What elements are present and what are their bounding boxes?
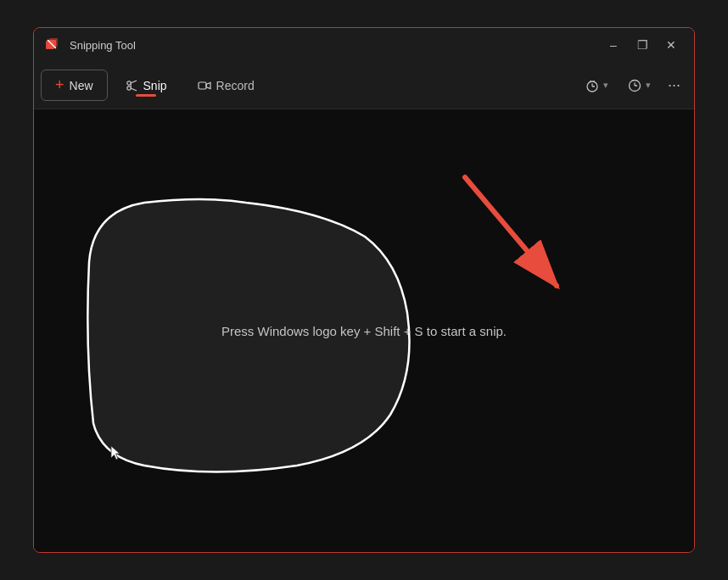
history-icon [627,78,642,93]
svg-line-19 [465,177,557,286]
svg-line-7 [131,88,137,91]
new-button[interactable]: + New [41,70,108,101]
record-tab[interactable]: Record [184,73,268,98]
instruction-text: Press Windows logo key + Shift + S to st… [221,324,507,338]
record-label: Record [216,79,255,92]
window-title: Snipping Tool [70,39,601,52]
app-icon [44,36,61,53]
close-button[interactable]: ✕ [658,35,684,55]
title-bar: Snipping Tool – ❐ ✕ [34,28,694,62]
window-controls: – ❐ ✕ [601,35,684,55]
record-icon [198,79,211,92]
cursor-icon [110,445,122,460]
content-area: Press Windows logo key + Shift + S to st… [34,109,694,552]
timer-button[interactable]: ▾ [576,72,617,99]
svg-line-6 [131,81,137,83]
arrow-annotation [440,160,592,308]
snip-label: Snip [143,79,167,92]
svg-point-4 [126,81,130,84]
minimize-button[interactable]: – [601,35,626,55]
snipping-tool-window: Snipping Tool – ❐ ✕ + New Snip [33,27,695,553]
toolbar-right: ▾ ▾ ··· [576,70,687,100]
more-options-button[interactable]: ··· [661,70,687,100]
history-chevron-icon: ▾ [646,80,651,91]
more-label: ··· [668,76,680,94]
timer-icon [585,78,600,93]
maximize-button[interactable]: ❐ [630,35,655,55]
history-button[interactable]: ▾ [619,72,659,99]
plus-icon: + [55,76,64,94]
new-label: New [70,79,93,92]
svg-rect-9 [199,82,206,89]
snip-tab[interactable]: Snip [111,73,181,98]
svg-point-5 [126,86,130,89]
snip-icon [125,79,138,92]
timer-chevron-icon: ▾ [603,80,608,91]
svg-line-14 [593,81,594,81]
toolbar: + New Snip Record [34,62,694,109]
svg-line-13 [590,81,591,81]
